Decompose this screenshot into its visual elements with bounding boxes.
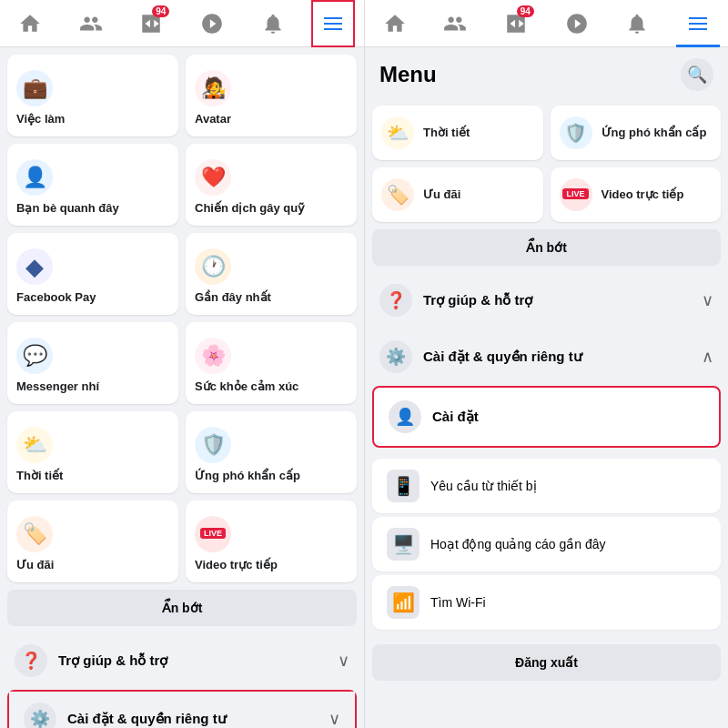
wifi-icon: 📶 [387,586,420,619]
right-panel: Menu 🔍 ⛅ Thời tiết 🛡️ Ứng phó khẩn cấp 🏷… [364,47,728,728]
gan-day-icon: 🕐 [195,248,231,285]
uu-dai-icon: 🏷️ [16,516,53,552]
video-label: Video trực tiếp [195,558,278,573]
cai-dat-item-right[interactable]: 👤 Cài đặt [374,388,719,446]
nav-friends-right[interactable] [433,0,477,47]
right-card-thoi-tiet[interactable]: ⛅ Thời tiết [372,106,543,160]
ban-be-label: Bạn bè quanh đây [16,201,119,217]
dang-xuat-button-right[interactable]: Đăng xuất [372,644,721,681]
yeu-cau-icon: 📱 [387,470,420,502]
nav-bell-right[interactable] [615,0,659,47]
chien-dich-label: Chiến dịch gây quỹ [195,201,305,217]
tro-giup-chevron-right: ∨ [702,290,713,310]
an-bot-button-right[interactable]: Ẩn bớt [372,229,721,266]
tro-giup-label-right: Trợ giúp & hỗ trợ [423,292,702,308]
right-uu-dai-icon: 🏷️ [381,178,414,211]
tro-giup-icon-left: ❓ [15,644,47,677]
avatar-label: Avatar [195,112,231,127]
sub-item-yeu-cau[interactable]: 📱 Yêu cầu từ thiết bị [372,459,721,513]
an-bot-button-left[interactable]: Ẩn bớt [7,590,357,626]
card-messenger-nhi[interactable]: 💬 Messenger nhí [7,322,178,404]
card-viec-lam[interactable]: 💼 Việc làm [7,55,178,136]
tro-giup-icon-right: ❓ [379,284,412,317]
nav-friends-left[interactable] [69,0,113,47]
right-video-label: Video trực tiếp [602,187,684,203]
right-card-uu-dai[interactable]: 🏷️ Ưu đãi [372,167,543,222]
ban-be-icon: 👤 [16,159,53,196]
sub-item-hoat-dong[interactable]: 🖥️ Hoạt động quảng cáo gần đây [372,517,721,571]
viec-lam-label: Việc làm [16,112,65,127]
card-avatar[interactable]: 🧑‍🎤 Avatar [186,55,357,136]
tro-giup-chevron-left: ∨ [338,651,349,671]
cai-dat-label-left: Cài đặt & quyền riêng tư [67,711,329,727]
nav-home-right[interactable] [373,0,417,47]
card-uu-dai[interactable]: 🏷️ Ưu đãi [7,500,178,582]
ung-pho-label: Ứng phó khẩn cấp [195,469,300,484]
right-live-badge: LIVE [562,188,588,199]
viec-lam-icon: 💼 [16,70,53,106]
right-card-video[interactable]: LIVE Video trực tiếp [551,167,722,222]
yeu-cau-label: Yêu cầu từ thiết bị [430,479,537,493]
cai-dat-row-left[interactable]: ⚙️ Cài đặt & quyền riêng tư ∨ [9,692,355,728]
watch-badge-right: 94 [517,5,534,17]
cai-dat-icon-left: ⚙️ [24,703,56,728]
hoat-dong-icon: 🖥️ [387,528,420,561]
video-icon: LIVE [195,516,231,552]
suc-khoe-label: Sức khỏe cảm xúc [195,379,298,395]
right-thoi-tiet-icon: ⛅ [381,116,414,149]
chien-dich-icon: ❤️ [195,159,231,196]
right-header: Menu 🔍 [365,47,728,98]
tro-giup-row-left[interactable]: ❓ Trợ giúp & hỗ trợ ∨ [0,633,364,688]
card-suc-khoe[interactable]: 🌸 Sức khỏe cảm xúc [186,322,357,404]
ung-pho-icon: 🛡️ [195,427,231,463]
menu-lines-right [689,17,707,30]
nav-menu-left[interactable] [311,0,355,47]
nav-groups-left[interactable] [190,0,234,47]
search-button[interactable]: 🔍 [681,58,713,91]
card-ban-be[interactable]: 👤 Bạn bè quanh đây [7,144,178,226]
card-thoi-tiet[interactable]: ⛅ Thời tiết [7,411,178,493]
right-uu-dai-label: Ưu đãi [423,187,460,203]
right-ung-pho-icon: 🛡️ [560,116,592,149]
content-area: 💼 Việc làm 🧑‍🎤 Avatar 👤 Bạn bè quanh đây… [0,47,728,728]
live-badge: LIVE [200,528,226,539]
card-ung-pho[interactable]: 🛡️ Ứng phó khẩn cấp [186,411,357,493]
nav-groups-right[interactable] [555,0,599,47]
right-video-icon: LIVE [560,178,592,211]
facebook-pay-icon: ◆ [16,248,53,285]
wifi-label: Tìm Wi-Fi [430,595,486,610]
cai-dat-item-label-right: Cài đặt [432,409,479,425]
right-top-cards: ⛅ Thời tiết 🛡️ Ứng phó khẩn cấp 🏷️ Ưu đã… [365,98,728,229]
nav-bell-left[interactable] [251,0,295,47]
nav-watch-right[interactable]: 94 [494,0,538,47]
tro-giup-row-right[interactable]: ❓ Trợ giúp & hỗ trợ ∨ [365,273,728,328]
card-chien-dich[interactable]: ❤️ Chiến dịch gây quỹ [186,144,357,226]
nav-menu-right[interactable] [676,0,720,47]
right-sub-items: 📱 Yêu cầu từ thiết bị 🖥️ Hoạt động quảng… [365,455,728,637]
card-facebook-pay[interactable]: ◆ Facebook Pay [7,233,178,315]
tro-giup-label-left: Trợ giúp & hỗ trợ [58,652,338,669]
menu-lines-left [324,17,342,30]
uu-dai-label: Ưu đãi [16,558,54,573]
avatar-icon: 🧑‍🎤 [195,70,231,106]
card-gan-day[interactable]: 🕐 Gần đây nhất [186,233,357,315]
top-navigation: 94 94 [0,0,728,47]
thoi-tiet-label: Thời tiết [16,469,63,484]
cai-dat-item-icon-right: 👤 [389,400,421,433]
right-panel-title: Menu [379,62,437,87]
cai-dat-highlight-left[interactable]: ⚙️ Cài đặt & quyền riêng tư ∨ [7,690,357,728]
messenger-nhi-icon: 💬 [16,338,53,374]
suc-khoe-icon: 🌸 [195,338,231,374]
right-ung-pho-label: Ứng phó khẩn cấp [602,126,707,141]
nav-home-left[interactable] [8,0,52,47]
gan-day-label: Gần đây nhất [195,290,271,306]
right-card-ung-pho[interactable]: 🛡️ Ứng phó khẩn cấp [551,106,722,160]
hoat-dong-label: Hoạt động quảng cáo gần đây [430,537,605,551]
right-thoi-tiet-label: Thời tiết [423,126,470,141]
card-video-truc-tiep[interactable]: LIVE Video trực tiếp [186,500,357,582]
nav-watch-left[interactable]: 94 [129,0,173,47]
cai-dat-highlight-right[interactable]: 👤 Cài đặt [372,386,721,448]
sub-item-wifi[interactable]: 📶 Tìm Wi-Fi [372,575,721,630]
cai-dat-section-right[interactable]: ⚙️ Cài đặt & quyền riêng tư ∧ [365,329,728,384]
messenger-nhi-label: Messenger nhí [16,379,99,395]
